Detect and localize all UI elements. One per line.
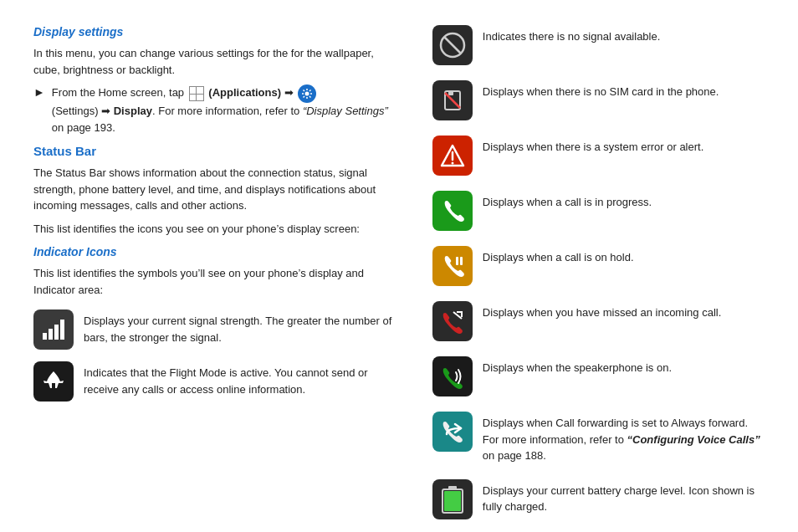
speakerphone-icon <box>438 362 467 391</box>
no-sim-desc: Displays when there is no SIM card in th… <box>483 80 719 100</box>
call-on-hold-desc: Displays when a call is on hold. <box>483 246 634 266</box>
no-sim-icon <box>438 86 467 115</box>
battery-row: Displays your current battery charge lev… <box>432 479 765 519</box>
no-sim-icon-box <box>432 80 473 120</box>
system-error-row: Displays when there is a system error or… <box>432 136 765 176</box>
no-signal-row: Indicates there is no signal available. <box>432 25 765 65</box>
settings-circle-icon <box>298 84 316 103</box>
phone-icon <box>440 198 465 223</box>
flight-mode-row: Indicates that the Flight Mode is active… <box>33 361 399 402</box>
alert-triangle-icon <box>438 141 467 170</box>
call-in-progress-row: Displays when a call is in progress. <box>432 191 765 231</box>
indicator-icons-body: This list identifies the symbols you’ll … <box>33 265 399 298</box>
call-on-hold-row: Displays when a call is on hold. <box>432 246 765 286</box>
battery-icon-box <box>432 479 473 519</box>
indicator-icons-title: Indicator Icons <box>33 245 399 258</box>
no-signal-icon-box <box>432 25 473 65</box>
missed-call-icon-box <box>432 301 473 341</box>
signal-strength-row: Displays your current signal strength. T… <box>33 309 399 350</box>
svg-rect-21 <box>448 486 457 490</box>
svg-point-0 <box>305 92 309 96</box>
signal-strength-icon-box <box>33 309 74 350</box>
svg-rect-22 <box>444 491 461 511</box>
applications-grid-icon <box>189 86 204 101</box>
status-bar-title: Status Bar <box>33 144 399 158</box>
bullet-text: From the Home screen, tap (Applications)… <box>52 84 399 136</box>
signal-strength-desc: Displays your current signal strength. T… <box>84 309 399 345</box>
battery-icon <box>440 484 465 514</box>
bullet-arrow-icon: ► <box>33 85 45 99</box>
call-forwarding-desc: Displays when Call forwarding is set to … <box>483 412 765 464</box>
no-signal-desc: Indicates there is no signal available. <box>483 25 660 45</box>
call-on-hold-icon-box <box>432 246 473 286</box>
call-forwarding-icon-box <box>432 412 473 452</box>
svg-line-19 <box>453 312 462 319</box>
system-error-desc: Displays when there is a system error or… <box>483 136 703 156</box>
svg-line-10 <box>444 37 461 54</box>
bullet-item: ► From the Home screen, tap (Application… <box>33 84 399 136</box>
svg-line-7 <box>309 90 311 92</box>
call-forwarding-row: Displays when Call forwarding is set to … <box>432 412 765 464</box>
speakerphone-desc: Displays when the speakerphone is on. <box>483 356 672 376</box>
svg-rect-18 <box>460 257 463 265</box>
call-forwarding-icon <box>438 417 467 446</box>
svg-rect-17 <box>456 257 458 265</box>
display-settings-body: In this menu, you can change various set… <box>33 45 399 78</box>
speakerphone-icon-box <box>432 356 473 396</box>
svg-line-6 <box>309 96 311 98</box>
call-in-progress-icon-box <box>432 191 473 231</box>
missed-call-row: Displays when you have missed an incomin… <box>432 301 765 341</box>
speakerphone-row: Displays when the speakerphone is on. <box>432 356 765 396</box>
svg-line-5 <box>304 90 305 92</box>
svg-rect-12 <box>448 91 453 95</box>
status-bar-body2: This list identifies the icons you see o… <box>33 221 399 238</box>
missed-call-icon <box>438 307 467 335</box>
call-in-progress-desc: Displays when a call is in progress. <box>483 191 652 211</box>
left-column: Display settings In this menu, you can c… <box>33 25 399 532</box>
no-sim-row: Displays when there is no SIM card in th… <box>432 80 765 120</box>
status-bar-body1: The Status Bar shows information about t… <box>33 165 399 214</box>
display-settings-title: Display settings <box>33 25 399 38</box>
no-signal-icon <box>437 30 468 60</box>
system-error-icon-box <box>432 136 473 176</box>
flight-mode-desc: Indicates that the Flight Mode is active… <box>84 361 399 397</box>
svg-line-8 <box>304 96 305 98</box>
svg-point-16 <box>451 162 453 165</box>
signal-bars-icon <box>36 315 71 345</box>
flight-mode-icon-box <box>33 361 74 402</box>
missed-call-desc: Displays when you have missed an incomin… <box>483 301 721 321</box>
battery-desc: Displays your current battery charge lev… <box>483 479 765 515</box>
airplane-icon <box>40 368 67 395</box>
right-column: Indicates there is no signal available. … <box>432 25 765 532</box>
phone-hold-icon <box>440 253 465 279</box>
